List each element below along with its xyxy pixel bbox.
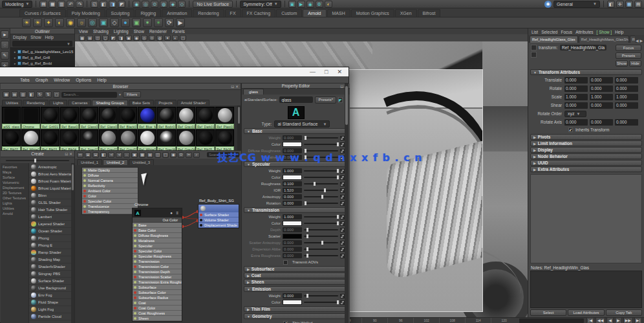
value-field[interactable]: 1.000 (283, 168, 302, 173)
material-swatch[interactable]: Ref_Base01 (60, 107, 79, 129)
node-editor-toolbar-icon[interactable]: ◉ (170, 152, 177, 158)
node-attribute-row[interactable]: Specular Color (133, 249, 182, 254)
material-swatch[interactable]: Ref_Spec01 (80, 129, 98, 150)
shelf-tool-icon[interactable]: ▶ (176, 18, 185, 27)
attribute-editor-menu-item[interactable]: Show (597, 30, 612, 34)
node-attribute-row[interactable]: Translucence (82, 204, 138, 209)
value-field-z[interactable]: 0.000 (615, 77, 638, 84)
shelf-tool-icon[interactable]: ▣ (132, 18, 141, 27)
user-account-icon[interactable]: ◉ (544, 1, 552, 8)
property-editor-scrollbar[interactable] (345, 84, 349, 323)
node-editor-toolbar-icon[interactable]: ◫ (155, 152, 161, 158)
swatch-size-slider[interactable] (1, 157, 74, 163)
node-attribute-row[interactable]: Transmission (133, 259, 182, 264)
create-bin-item[interactable]: Favorites (1, 164, 28, 170)
create-bin-item[interactable]: Surface (1, 175, 28, 180)
node-attribute-row[interactable]: Transmission Scatter (133, 274, 182, 280)
viewport-menu-item[interactable]: Shading (93, 29, 109, 34)
type-select[interactable]: ai Standard Surface▼ (274, 120, 330, 128)
material-swatch[interactable]: Ref_Gray02 (99, 129, 118, 150)
node-attribute-row[interactable]: Diffuse (82, 173, 138, 178)
create-node-item[interactable]: Light Fog (29, 306, 71, 313)
slider[interactable] (304, 183, 338, 184)
create-node-item[interactable]: Use Background (29, 285, 71, 292)
material-swatch[interactable]: Ref_Blk03 (41, 129, 59, 150)
node-attribute-row[interactable]: Subsurface (133, 285, 182, 290)
attribute-port-icon[interactable] (134, 296, 136, 299)
attribute-port-icon[interactable] (134, 276, 136, 278)
collapsed-section-header[interactable]: ▶Subsurface (244, 266, 348, 272)
value-field[interactable]: 0.000 (283, 135, 302, 140)
presets-button[interactable]: Presets (616, 52, 641, 59)
value-field[interactable]: 0.000 (283, 194, 302, 199)
attribute-port-icon[interactable] (83, 205, 86, 208)
value-field-z[interactable]: 1.000 (615, 94, 638, 100)
slider[interactable] (304, 196, 338, 197)
tab-scroll-arrows[interactable]: ◀ ▶ (636, 38, 643, 43)
outliner-item[interactable]: ▸ Ref_g_Ref_Grill (10, 54, 74, 60)
texture-map-icon[interactable] (340, 241, 345, 245)
material-swatch[interactable]: Ref_Black01 (118, 107, 137, 129)
node-attribute-row[interactable]: Volume Shader (199, 217, 239, 223)
render-icon[interactable]: ⚙ (316, 1, 323, 8)
snap-icon[interactable]: ◎ (142, 1, 149, 8)
panel-pin-icons[interactable]: ⊡ ✕ (231, 84, 239, 89)
viewport-toolbar-icon[interactable]: ◨ (118, 35, 124, 41)
slider[interactable] (304, 302, 338, 303)
viewport-toolbar-icon[interactable]: ◍ (156, 35, 163, 41)
shelf-tool-icon[interactable]: ✶ (143, 18, 152, 27)
snap-icon[interactable]: ⊙ (151, 1, 158, 8)
material-swatch[interactable]: Ref_Blk05 (196, 129, 215, 150)
texture-map-icon[interactable] (340, 247, 345, 252)
outliner-item[interactable]: ▸ Ref_g_Ref_Bmbl (10, 60, 74, 66)
shelf-tab[interactable]: Animation (162, 9, 192, 17)
node-attribute-row[interactable]: Specular Color (82, 199, 138, 204)
shelf-tab[interactable]: FX Caching (242, 9, 276, 17)
attribute-port-icon[interactable] (134, 281, 136, 284)
swatch-scrollbar[interactable] (237, 106, 241, 150)
value-field[interactable]: 0.000 (283, 227, 302, 232)
attribute-editor-tab[interactable]: Ref_used (630, 36, 635, 43)
shelf-tab[interactable]: Curves / Surfaces (19, 9, 66, 17)
browser-category-tab[interactable]: Cameras (68, 100, 91, 106)
shelf-tab[interactable]: Poly Modeling (67, 9, 105, 17)
attribute-port-icon[interactable] (134, 317, 136, 320)
browser-category-tab[interactable]: Shading Groups (92, 100, 127, 106)
browser-category-tab[interactable]: Arnold Shader (177, 100, 209, 106)
maximize-button[interactable]: □ (325, 69, 328, 75)
node-graph-canvas[interactable]: Matte Opacity Diffuse Normal Camera Refl… (75, 165, 241, 323)
shading-group-node[interactable]: Surface Shader Volume Shader Displacemen… (198, 204, 239, 228)
attribute-port-icon[interactable] (134, 291, 136, 294)
playback-button[interactable]: ◀ (606, 317, 614, 323)
material-swatch[interactable]: Ref_Plast01 (215, 107, 234, 129)
show-button[interactable]: Show (616, 60, 628, 67)
browser-category-tab[interactable]: Bake Sets (129, 100, 154, 106)
shelf-tab[interactable]: Motion Graphics (351, 9, 394, 17)
outliner-menu-item[interactable]: Show (30, 35, 41, 39)
shelf-tool-icon[interactable]: ☼ (77, 18, 86, 27)
selection-mode-icon[interactable]: ◱ (91, 1, 98, 8)
texture-map-icon[interactable] (340, 300, 345, 305)
node-editor-toolbar-icon[interactable]: ▢ (162, 152, 169, 158)
create-node-item[interactable]: Ramp Shader (29, 249, 71, 256)
attribute-port-icon[interactable] (134, 234, 136, 237)
material-swatch[interactable]: Ref_Dark01 (196, 107, 215, 129)
slider[interactable] (304, 157, 338, 158)
attribute-port-icon[interactable] (83, 184, 86, 187)
slider[interactable] (304, 137, 338, 139)
create-node-item[interactable]: Stingray PBS (29, 271, 71, 278)
value-field[interactable]: 0.000 (283, 155, 302, 160)
node-name-field[interactable]: Ref_HeadlightWin_Gla (560, 45, 606, 50)
attribute-editor-button[interactable]: Load Attributes (568, 309, 604, 316)
attribute-editor-button[interactable]: Copy Tab (606, 309, 642, 316)
attribute-port-icon[interactable] (134, 302, 136, 304)
shelf-tool-icon[interactable]: ⟳ (165, 18, 174, 27)
shelf-tab[interactable]: Sculpting (106, 9, 135, 17)
slider[interactable] (304, 242, 338, 243)
shelf-tool-icon[interactable]: ☀ (33, 18, 42, 27)
shelf-tab[interactable]: Bifrost (418, 9, 441, 17)
close-button[interactable]: ✕ (337, 69, 342, 75)
browser-toolbar-icon[interactable]: ↻ (36, 91, 43, 98)
node-attribute-row[interactable]: Normal Camera (82, 178, 138, 183)
panel-toggle-icon[interactable]: ◧ (607, 1, 615, 8)
